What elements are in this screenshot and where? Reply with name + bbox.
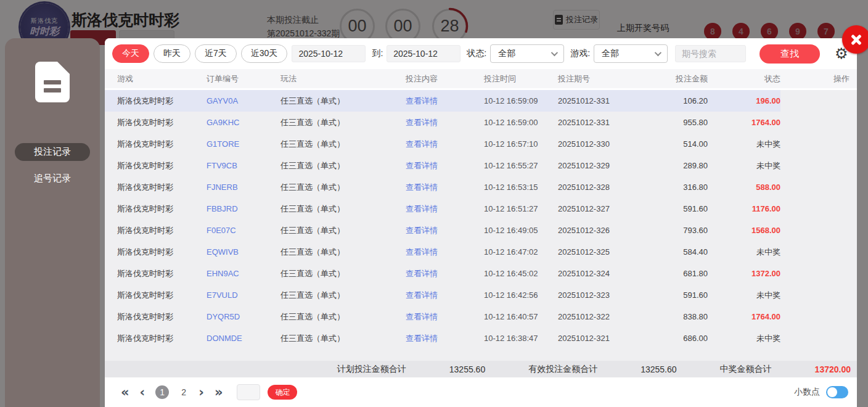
page-button-1[interactable]: 1 <box>155 385 169 399</box>
cell-order[interactable]: F0E07C <box>194 220 268 241</box>
status-select[interactable]: 全部 <box>490 44 564 63</box>
table-row: 斯洛伐克时时彩F0E07C任三直选（单式）查看详情10-12 16:49:052… <box>105 220 857 241</box>
cell-content[interactable]: 查看详情 <box>393 198 472 220</box>
date-from-input[interactable] <box>292 45 366 62</box>
cell-order[interactable]: EHN9AC <box>194 263 268 284</box>
decimal-toggle-label: 小数点 <box>794 387 820 398</box>
next-page-icon[interactable]: › <box>199 386 204 399</box>
cell-amount: 793.60 <box>620 220 708 241</box>
quick-range-button-3[interactable]: 近30天 <box>241 44 288 63</box>
cell-play: 任三直选（单式） <box>268 263 393 284</box>
cell-order[interactable]: EQWIVB <box>194 241 268 263</box>
sidebar-item-bet-records[interactable]: 投注记录 <box>15 143 90 161</box>
cell-game: 斯洛伐克时时彩 <box>105 263 194 284</box>
page-jump-input[interactable] <box>237 384 260 400</box>
cell-content[interactable]: 查看详情 <box>393 112 472 133</box>
cell-status: 588.00 <box>708 176 780 198</box>
table-row: 斯洛伐克时时彩DONMDE任三直选（单式）查看详情10-12 16:38:472… <box>105 327 857 349</box>
win-total-label: 中奖金额合计 <box>720 364 772 375</box>
cell-order[interactable]: G1TORE <box>194 133 268 155</box>
planned-total-label: 计划投注金额合计 <box>337 364 406 375</box>
column-header: 投注时间 <box>472 69 546 90</box>
cell-period: 20251012-330 <box>546 133 620 155</box>
cell-order[interactable]: DONMDE <box>194 327 268 349</box>
valid-total-label: 有效投注金额合计 <box>528 364 597 375</box>
table-header-row: 游戏订单编号玩法投注内容投注时间投注期号投注金额状态操作 <box>105 69 857 90</box>
cell-content[interactable]: 查看详情 <box>393 220 472 241</box>
cell-status: 1568.00 <box>708 220 780 241</box>
quick-range-button-2[interactable]: 近7天 <box>195 44 237 63</box>
date-to-input[interactable] <box>387 45 461 62</box>
cell-status: 1764.00 <box>708 112 780 133</box>
cell-game: 斯洛伐克时时彩 <box>105 220 194 241</box>
cell-action <box>780 241 857 263</box>
cell-order[interactable]: FBBJRD <box>194 198 268 220</box>
cell-order[interactable]: DYQR5D <box>194 306 268 327</box>
first-page-icon[interactable]: « <box>121 386 129 399</box>
cell-content[interactable]: 查看详情 <box>393 176 472 198</box>
cell-content[interactable]: 查看详情 <box>393 306 472 327</box>
period-search-input[interactable] <box>675 45 746 62</box>
cell-content[interactable]: 查看详情 <box>393 241 472 263</box>
status-select-value: 全部 <box>498 48 515 59</box>
cell-game: 斯洛伐克时时彩 <box>105 90 194 112</box>
table-row: 斯洛伐克时时彩FTV9CB任三直选（单式）查看详情10-12 16:55:272… <box>105 155 857 176</box>
cell-amount: 106.20 <box>620 90 708 112</box>
game-select-value: 全部 <box>602 48 619 59</box>
cell-order[interactable]: GAYV0A <box>194 90 268 112</box>
cell-content[interactable]: 查看详情 <box>393 263 472 284</box>
decimal-toggle[interactable] <box>826 386 848 398</box>
cell-content[interactable]: 查看详情 <box>393 133 472 155</box>
cell-play: 任三直选（单式） <box>268 284 393 306</box>
cell-content[interactable]: 查看详情 <box>393 284 472 306</box>
find-button[interactable]: 查找 <box>760 44 820 64</box>
cell-play: 任三直选（单式） <box>268 112 393 133</box>
cell-action <box>780 112 857 133</box>
quick-ranges: 今天昨天近7天近30天 <box>112 44 292 63</box>
cell-time: 10-12 16:53:15 <box>472 176 546 198</box>
chevron-down-icon <box>551 49 558 56</box>
prev-page-icon[interactable]: ‹ <box>140 386 145 399</box>
bet-records-modal: 今天昨天近7天近30天 到: 状态: 全部 游戏: 全部 查找 ⚙ 游戏订单编号… <box>105 38 857 407</box>
cell-game: 斯洛伐克时时彩 <box>105 112 194 133</box>
column-header: 状态 <box>708 69 780 90</box>
table-row: 斯洛伐克时时彩EHN9AC任三直选（单式）查看详情10-12 16:45:022… <box>105 263 857 284</box>
cell-content[interactable]: 查看详情 <box>393 90 472 112</box>
cell-action <box>780 263 857 284</box>
cell-order[interactable]: E7VULD <box>194 284 268 306</box>
table-row: 斯洛伐克时时彩EQWIVB任三直选（单式）查看详情10-12 16:47:022… <box>105 241 857 263</box>
cell-time: 10-12 16:55:27 <box>472 155 546 176</box>
cell-period: 20251012-331 <box>546 112 620 133</box>
cell-amount: 591.60 <box>620 284 708 306</box>
cell-play: 任三直选（单式） <box>268 327 393 349</box>
quick-range-button-0[interactable]: 今天 <box>112 44 149 63</box>
cell-period: 20251012-322 <box>546 306 620 327</box>
cell-period: 20251012-325 <box>546 241 620 263</box>
last-page-icon[interactable]: » <box>215 386 223 399</box>
cell-status: 未中奖 <box>708 155 780 176</box>
cell-content[interactable]: 查看详情 <box>393 327 472 349</box>
page-button-2[interactable]: 2 <box>177 385 190 399</box>
cell-order[interactable]: FJNERB <box>194 176 268 198</box>
column-header: 投注金额 <box>620 69 708 90</box>
game-select[interactable]: 全部 <box>594 44 668 63</box>
cell-status: 未中奖 <box>708 241 780 263</box>
cell-play: 任三直选（单式） <box>268 220 393 241</box>
cell-period: 20251012-326 <box>546 220 620 241</box>
cell-period: 20251012-324 <box>546 263 620 284</box>
cell-time: 10-12 16:51:27 <box>472 198 546 220</box>
cell-content[interactable]: 查看详情 <box>393 155 472 176</box>
cell-period: 20251012-323 <box>546 284 620 306</box>
table-row: 斯洛伐克时时彩G1TORE任三直选（单式）查看详情10-12 16:57:102… <box>105 133 857 155</box>
close-icon[interactable] <box>842 25 868 54</box>
confirm-button[interactable]: 确定 <box>268 385 297 400</box>
cell-time: 10-12 16:59:09 <box>472 90 546 112</box>
cell-order[interactable]: GA9KHC <box>194 112 268 133</box>
quick-range-button-1[interactable]: 昨天 <box>154 44 190 63</box>
cell-period: 20251012-329 <box>546 155 620 176</box>
cell-time: 10-12 16:57:10 <box>472 133 546 155</box>
cell-order[interactable]: FTV9CB <box>194 155 268 176</box>
sidebar-item-chase-records[interactable]: 追号记录 <box>15 170 90 187</box>
cell-status: 1372.00 <box>708 263 780 284</box>
bet-records-table: 游戏订单编号玩法投注内容投注时间投注期号投注金额状态操作 斯洛伐克时时彩GAYV… <box>105 69 857 349</box>
